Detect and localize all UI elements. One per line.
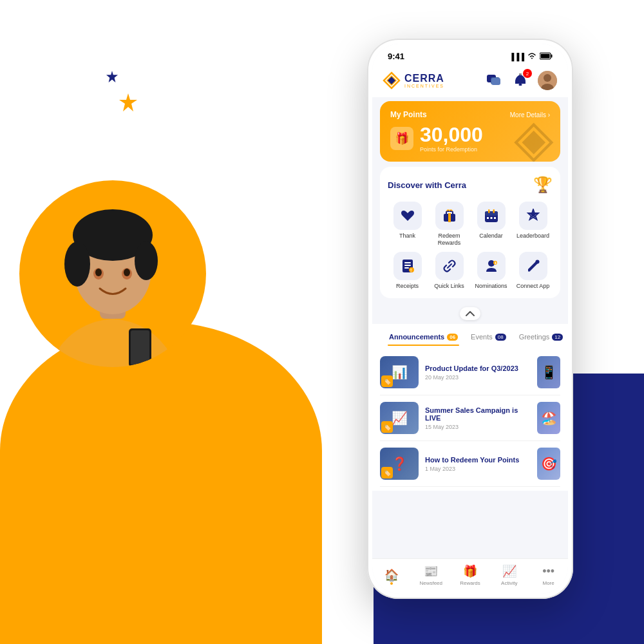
collapse-btn[interactable] (372, 303, 568, 324)
svg-rect-13 (131, 330, 149, 365)
nav-newsfeed[interactable]: 📰 Newsfeed (412, 564, 451, 586)
discover-item-redeem[interactable]: Redeem Rewards (430, 202, 469, 247)
chat-button[interactable] (483, 70, 504, 91)
discover-item-nominations[interactable]: + Nominations (471, 252, 511, 290)
svg-rect-35 (487, 217, 489, 219)
svg-point-11 (124, 269, 130, 276)
tabs-row: Announcements 06 Events 08 Greetings 12 (372, 324, 568, 346)
announcement-right-thumb-3: 🎯 (537, 448, 560, 480)
battery-icon (540, 52, 553, 61)
svg-rect-32 (485, 211, 498, 216)
points-sublabel: Points for Redemption (420, 146, 483, 153)
announcements-list: 📊 🏷️ Product Update for Q3/2023 20 May 2… (372, 346, 568, 491)
bell-button[interactable]: 2 (510, 70, 531, 91)
chat-icon (486, 74, 500, 87)
discover-item-connectapp[interactable]: Connect App (513, 252, 553, 290)
tab-greetings-label: Greetings (519, 333, 550, 341)
svg-rect-39 (404, 262, 411, 263)
logo-diamond-icon (383, 71, 401, 90)
newsfeed-icon: 📰 (424, 564, 438, 578)
status-icons: ▐▐▐ (509, 52, 553, 61)
status-bar: 9:41 ▐▐▐ (372, 44, 568, 65)
leaderboard-label: Leaderboard (516, 232, 549, 240)
home-icon: 🏠 (384, 568, 399, 582)
activity-icon: 📈 (502, 564, 516, 578)
nominations-icon: + (477, 252, 506, 280)
tab-events-label: Events (471, 333, 493, 341)
svg-rect-41 (404, 267, 409, 269)
announcement-content-3: How to Redeem Your Points 1 May 2023 (425, 456, 531, 472)
nav-active-dot (390, 582, 393, 585)
logo-name: CERRA (404, 73, 444, 84)
avatar-button[interactable] (537, 70, 558, 91)
tab-events-badge: 08 (495, 334, 506, 341)
announcement-item[interactable]: 📊 🏷️ Product Update for Q3/2023 20 May 2… (380, 350, 560, 395)
svg-rect-40 (404, 265, 411, 266)
announcement-content-1: Product Update for Q3/2023 20 May 2023 (425, 365, 531, 381)
tab-greetings-badge: 12 (552, 334, 563, 341)
points-number: 30,000 (420, 124, 483, 145)
tab-events[interactable]: Events 08 (464, 329, 513, 346)
app-logo: CERRA INCENTIVES (383, 71, 444, 90)
announcement-date-2: 15 May 2023 (425, 424, 531, 430)
svg-rect-30 (448, 213, 451, 222)
tab-announcements[interactable]: Announcements 06 (383, 329, 464, 346)
discover-header: Discover with Cerra 🏆 (388, 176, 553, 194)
svg-point-7 (135, 242, 158, 280)
svg-text:+: + (494, 260, 497, 265)
phone-outer: 9:41 ▐▐▐ (367, 39, 573, 599)
points-label: My Points (390, 110, 427, 119)
calendar-label: Calendar (479, 232, 503, 240)
discover-item-leaderboard[interactable]: Leaderboard (513, 202, 553, 247)
announcement-title-3: How to Redeem Your Points (425, 456, 531, 464)
quicklinks-label: Quick Links (434, 283, 464, 290)
collapse-btn-inner[interactable] (460, 307, 480, 320)
calendar-icon (477, 202, 506, 230)
discover-item-thank[interactable]: Thank (388, 202, 427, 247)
announcement-thumb-2: 📈 🏷️ (380, 402, 419, 434)
announcement-date-3: 1 May 2023 (425, 466, 531, 472)
announcement-item[interactable]: ❓ 🏷️ How to Redeem Your Points 1 May 202… (380, 441, 560, 487)
star-orange-icon (119, 93, 137, 111)
announcement-title-2: Summer Sales Campaign is LIVE (425, 406, 531, 422)
discover-item-receipts[interactable]: ! Receipts (388, 252, 427, 290)
svg-rect-16 (541, 53, 550, 58)
thumb-badge-1: 🏷️ (381, 375, 393, 387)
phone-scroll[interactable]: My Points More Details › 🎁 30,000 Points… (372, 97, 568, 558)
app-header: CERRA INCENTIVES (372, 65, 568, 97)
user-avatar (538, 71, 557, 90)
discover-grid: Thank (388, 202, 553, 289)
svg-rect-22 (491, 78, 500, 85)
nav-rewards[interactable]: 🎁 Rewards (451, 564, 490, 586)
phone-mockup: 9:41 ▐▐▐ (367, 39, 573, 599)
nav-more[interactable]: ••• More (529, 565, 568, 586)
svg-marker-19 (388, 77, 395, 84)
announcement-thumb-1: 📊 🏷️ (380, 356, 419, 388)
logo-text: CERRA INCENTIVES (404, 73, 444, 88)
announcement-title-1: Product Update for Q3/2023 (425, 365, 531, 372)
nav-more-label: More (542, 580, 554, 586)
bg-orange-shape (0, 322, 322, 644)
more-icon: ••• (542, 565, 554, 578)
nav-home[interactable]: 🏠 (372, 568, 412, 582)
nav-activity[interactable]: 📈 Activity (489, 564, 529, 586)
nominations-label: Nominations (475, 283, 507, 290)
svg-rect-34 (493, 209, 495, 213)
redeem-icon (435, 202, 464, 230)
svg-rect-15 (551, 54, 553, 57)
announcement-item[interactable]: 📈 🏷️ Summer Sales Campaign is LIVE 15 Ma… (380, 395, 560, 441)
announcement-date-1: 20 May 2023 (425, 374, 531, 381)
notif-badge: 2 (523, 69, 532, 78)
svg-point-6 (64, 242, 90, 287)
svg-rect-33 (488, 209, 490, 213)
tab-greetings[interactable]: Greetings 12 (513, 329, 568, 346)
announcement-right-thumb-1: 📱 (537, 356, 560, 388)
discover-title: Discover with Cerra (388, 180, 466, 190)
svg-rect-23 (519, 84, 522, 86)
discover-item-quicklinks[interactable]: Quick Links (430, 252, 469, 290)
discover-item-calendar[interactable]: Calendar (471, 202, 511, 247)
svg-marker-1 (119, 93, 137, 111)
svg-point-47 (535, 260, 539, 263)
status-time: 9:41 (388, 52, 404, 61)
announcement-right-thumb-2: 🏖️ (537, 402, 560, 434)
